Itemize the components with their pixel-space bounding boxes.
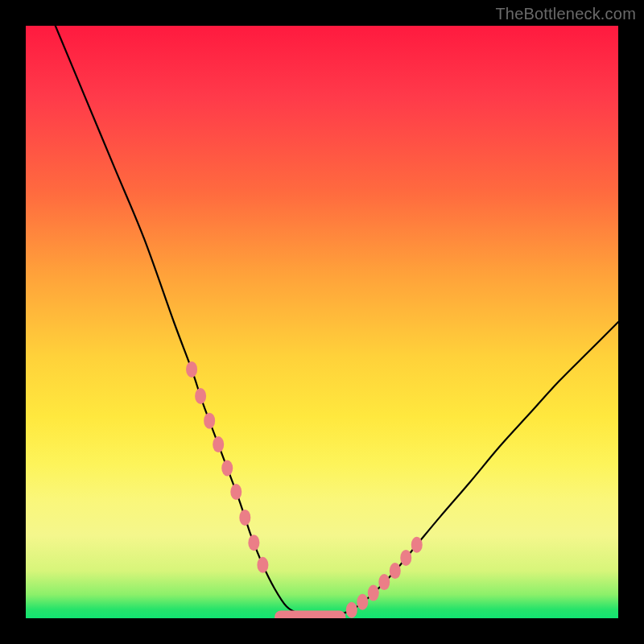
curve-marker-dot bbox=[230, 484, 242, 500]
curve-marker-dot bbox=[257, 557, 268, 573]
chart-frame: TheBottleneck.com bbox=[0, 0, 644, 644]
chart-plot-area bbox=[26, 26, 618, 618]
curve-marker-dot bbox=[400, 550, 411, 566]
bottleneck-curve bbox=[56, 26, 618, 617]
curve-marker-dot bbox=[213, 436, 224, 452]
curve-marker-dot bbox=[195, 388, 206, 404]
curve-marker-dot bbox=[186, 361, 197, 378]
curve-marker-dot bbox=[221, 460, 233, 477]
watermark-text: TheBottleneck.com bbox=[495, 5, 636, 23]
curve-marker-dot bbox=[346, 602, 357, 618]
curve-marker-dot bbox=[248, 535, 259, 551]
curve-marker-dot bbox=[390, 563, 401, 579]
curve-marker-dot bbox=[357, 594, 368, 610]
curve-bottom-bar bbox=[275, 611, 345, 618]
curve-marker-dot bbox=[204, 413, 215, 429]
curve-marker-dot bbox=[239, 510, 250, 526]
curve-marker-dot bbox=[411, 537, 423, 553]
curve-marker-dot bbox=[368, 585, 379, 601]
chart-svg bbox=[26, 26, 618, 618]
curve-marker-dot bbox=[378, 574, 390, 590]
